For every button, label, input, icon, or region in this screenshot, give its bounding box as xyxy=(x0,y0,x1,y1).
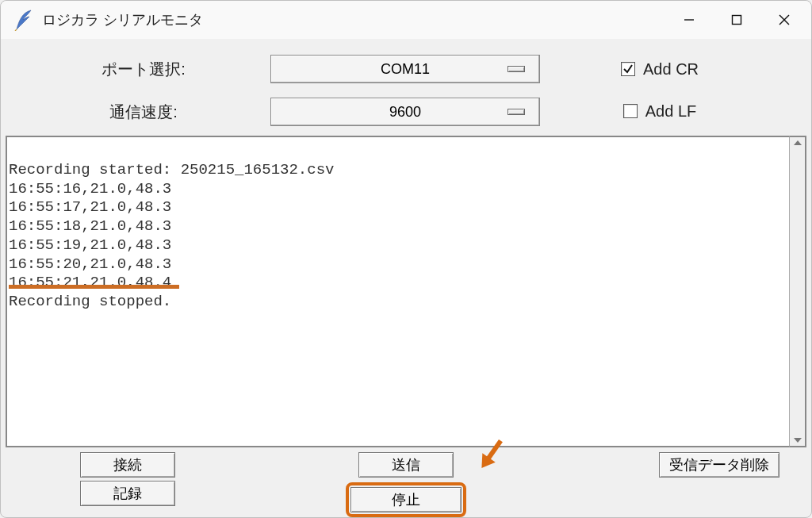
send-button[interactable]: 送信 xyxy=(358,452,454,478)
port-value: COM11 xyxy=(381,61,430,78)
minimize-button[interactable] xyxy=(665,2,713,37)
dropdown-indicator-icon xyxy=(508,66,525,72)
svg-rect-1 xyxy=(733,16,741,25)
scroll-down-icon xyxy=(794,438,802,443)
serial-output[interactable]: Recording started: 250215_165132.csv 16:… xyxy=(6,136,789,447)
checkbox-icon xyxy=(623,104,638,118)
maximize-button[interactable] xyxy=(713,2,760,37)
add-cr-label: Add CR xyxy=(643,60,699,79)
connect-button[interactable]: 接続 xyxy=(80,452,175,478)
checkbox-icon xyxy=(621,62,635,76)
baud-select[interactable]: 9600 xyxy=(270,98,540,126)
output-area: Recording started: 250215_165132.csv 16:… xyxy=(6,136,806,447)
port-label: ポート選択: xyxy=(17,59,270,80)
record-button[interactable]: 記録 xyxy=(80,481,175,506)
window-buttons xyxy=(665,2,808,37)
button-row: 接続 記録 送信 停止 受信データ削除 xyxy=(1,447,811,517)
stop-highlight-annotation: 停止 xyxy=(346,482,466,517)
titlebar: ロジカラ シリアルモニタ xyxy=(1,1,811,39)
close-button[interactable] xyxy=(760,2,808,37)
port-select[interactable]: COM11 xyxy=(270,55,540,83)
app-window: ロジカラ シリアルモニタ ポート選択: COM11 Add CR xyxy=(0,0,812,518)
app-icon xyxy=(13,9,33,31)
add-lf-checkbox[interactable]: Add LF xyxy=(623,102,696,121)
add-lf-label: Add LF xyxy=(645,102,696,121)
clear-rx-button[interactable]: 受信データ削除 xyxy=(659,452,779,478)
scroll-up-icon xyxy=(794,140,802,145)
window-title: ロジカラ シリアルモニタ xyxy=(42,10,665,29)
config-panel: ポート選択: COM11 Add CR 通信速度: 9600 Add LF xyxy=(1,39,811,136)
underline-annotation xyxy=(9,285,179,289)
baud-value: 9600 xyxy=(389,104,421,121)
stop-button[interactable]: 停止 xyxy=(350,487,462,512)
vertical-scrollbar[interactable] xyxy=(789,136,806,447)
dropdown-indicator-icon xyxy=(508,109,525,115)
add-cr-checkbox[interactable]: Add CR xyxy=(621,60,699,79)
baud-label: 通信速度: xyxy=(17,102,270,123)
